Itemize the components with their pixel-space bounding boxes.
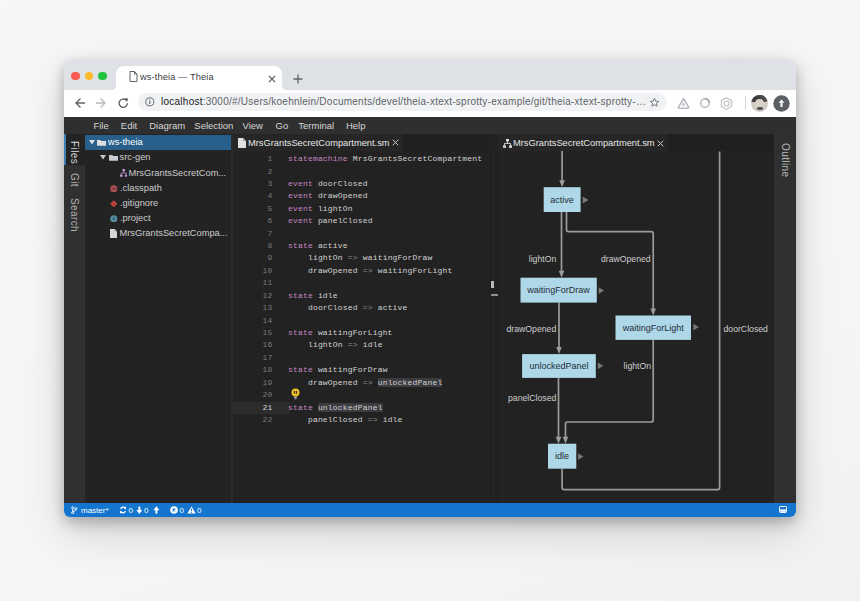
svg-text:unlockedPanel: unlockedPanel: [529, 361, 588, 371]
svg-text:waitingForDraw: waitingForDraw: [526, 285, 590, 295]
svg-text:lightOn: lightOn: [623, 361, 651, 371]
svg-text:active: active: [550, 195, 574, 205]
svg-text:lightOn: lightOn: [528, 254, 556, 264]
svg-text:drawOpened: drawOpened: [600, 254, 650, 264]
svg-text:doorClosed: doorClosed: [723, 324, 768, 334]
svg-text:idle: idle: [555, 451, 569, 461]
svg-text:panelClosed: panelClosed: [508, 393, 556, 403]
svg-text:waitingForLight: waitingForLight: [621, 323, 684, 333]
svg-text:drawOpened: drawOpened: [506, 324, 556, 334]
